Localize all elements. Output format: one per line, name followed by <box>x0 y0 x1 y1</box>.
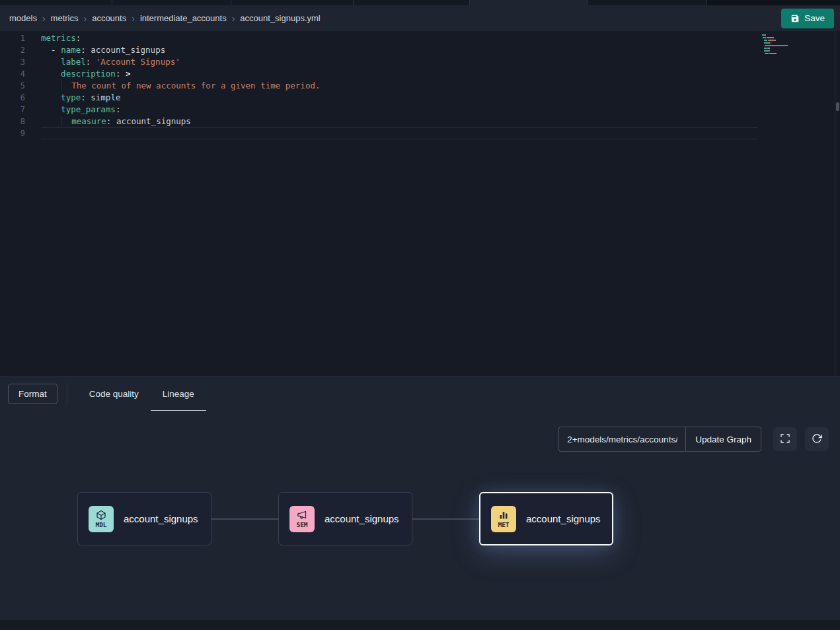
lineage-node-mdl[interactable]: MDLaccount_signups <box>77 492 211 545</box>
chevron-right-icon: › <box>232 14 235 23</box>
code-text: description: > <box>25 68 131 80</box>
minimap <box>762 34 802 58</box>
editor-tab[interactable] <box>354 0 470 5</box>
refresh-button[interactable] <box>805 427 829 451</box>
save-label: Save <box>804 13 825 23</box>
code-line[interactable]: 5 The count of new accounts for a given … <box>0 80 840 92</box>
breadcrumb-item[interactable]: account_signups.yml <box>240 13 320 23</box>
editor-tab[interactable] <box>112 0 231 5</box>
line-number: 7 <box>0 104 25 116</box>
breadcrumb-item[interactable]: accounts <box>92 13 126 23</box>
line-number: 8 <box>0 116 25 127</box>
line-number: 6 <box>0 92 25 104</box>
editor-scrollbar-thumb[interactable] <box>836 102 839 111</box>
panel-divider <box>67 383 67 405</box>
lineage-selector-input[interactable] <box>558 427 685 452</box>
editor-tab-strip <box>0 0 840 5</box>
fullscreen-button[interactable] <box>773 427 797 451</box>
code-line[interactable]: 2 - name: account_signups <box>0 44 840 56</box>
code-lines: 1metrics:2 - name: account_signups3 labe… <box>0 32 840 139</box>
code-text: The count of new accounts for a given ti… <box>25 80 320 92</box>
update-graph-button[interactable]: Update Graph <box>685 427 761 452</box>
lineage-controls: Update Graph <box>558 427 829 452</box>
code-line[interactable]: 6 type: simple <box>0 92 840 104</box>
lineage-edge <box>412 518 480 520</box>
canvas-bottom-strip <box>0 620 840 630</box>
code-line[interactable]: 4 description: > <box>0 68 840 80</box>
node-label: account_signups <box>526 513 601 524</box>
line-number: 3 <box>0 56 25 68</box>
node-type-badge: SEM <box>296 522 307 528</box>
code-editor[interactable]: 1metrics:2 - name: account_signups3 labe… <box>0 31 840 376</box>
refresh-icon <box>812 433 822 446</box>
code-line[interactable]: 8 measure: account_signups <box>0 116 840 127</box>
code-line[interactable]: 3 label: 'Account Signups' <box>0 56 840 68</box>
ide-window: models›metrics›accounts›intermediate_acc… <box>0 0 840 630</box>
editor-tab-active[interactable] <box>470 0 588 5</box>
line-number: 9 <box>0 127 25 139</box>
editor-tab[interactable] <box>707 0 840 5</box>
breadcrumb-item[interactable]: intermediate_accounts <box>140 13 227 23</box>
editor-tab[interactable] <box>0 0 112 5</box>
code-text: type: simple <box>25 92 120 104</box>
code-text: metrics: <box>25 32 81 44</box>
code-text: label: 'Account Signups' <box>25 56 180 68</box>
line-number: 2 <box>0 44 25 56</box>
node-type-badge: MDL <box>95 522 106 528</box>
code-text: type_params: <box>25 104 120 116</box>
chevron-right-icon: › <box>83 14 87 23</box>
megaphone-icon: SEM <box>289 506 315 532</box>
panel-tabs: Code qualityLineage <box>77 377 206 411</box>
tab-lineage[interactable]: Lineage <box>151 377 206 411</box>
breadcrumb-item[interactable]: models <box>9 13 37 23</box>
breadcrumb-item[interactable]: metrics <box>51 13 79 23</box>
chevron-right-icon: › <box>132 14 135 23</box>
code-line[interactable]: 1metrics: <box>0 32 840 44</box>
editor-tab[interactable] <box>231 0 354 5</box>
lineage-canvas[interactable]: Update Graph MDLaccount_signupsSEMaccoun… <box>0 411 840 630</box>
lineage-edge <box>211 518 279 520</box>
tab-code-quality[interactable]: Code quality <box>77 377 151 411</box>
line-number: 5 <box>0 80 25 92</box>
line-number: 1 <box>0 32 25 44</box>
editor-scrollbar[interactable] <box>835 31 840 376</box>
chart-icon: MET <box>491 506 516 532</box>
format-button[interactable]: Format <box>8 384 57 404</box>
code-line[interactable]: 9 <box>0 127 840 139</box>
fullscreen-icon <box>780 433 790 446</box>
breadcrumb: models›metrics›accounts›intermediate_acc… <box>9 13 321 23</box>
cube-icon: MDL <box>89 506 114 532</box>
lineage-node-sem[interactable]: SEMaccount_signups <box>278 492 412 545</box>
editor-tab[interactable] <box>588 0 707 5</box>
node-label: account_signups <box>325 513 399 524</box>
code-text: - name: account_signups <box>25 44 165 56</box>
chevron-right-icon: › <box>42 14 46 23</box>
code-text <box>25 127 41 139</box>
code-text: measure: account_signups <box>25 116 191 127</box>
save-icon <box>790 14 800 23</box>
node-type-badge: MET <box>498 522 509 528</box>
save-button[interactable]: Save <box>781 9 834 28</box>
node-label: account_signups <box>124 513 198 524</box>
bottom-panel-header: Format Code qualityLineage <box>0 376 840 411</box>
file-header: models›metrics›accounts›intermediate_acc… <box>0 5 840 31</box>
code-line[interactable]: 7 type_params: <box>0 104 840 116</box>
lineage-node-met[interactable]: METaccount_signups <box>479 492 613 545</box>
line-number: 4 <box>0 68 25 80</box>
